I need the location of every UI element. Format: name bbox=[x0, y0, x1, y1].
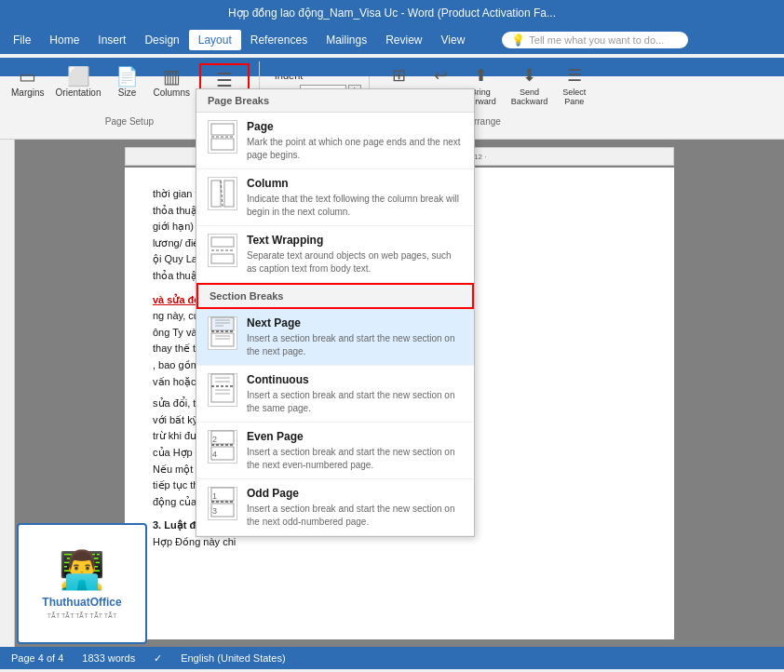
svg-rect-14 bbox=[211, 333, 234, 346]
language: English (United States) bbox=[181, 652, 286, 664]
svg-rect-6 bbox=[211, 237, 234, 247]
title-text: Hợp đồng lao động_Nam_Visa Uc - Word (Pr… bbox=[228, 7, 556, 20]
position-icon: ⊞ bbox=[392, 65, 406, 86]
column-break-icon bbox=[208, 177, 237, 210]
next-page-icon bbox=[208, 316, 237, 350]
svg-rect-8 bbox=[211, 254, 234, 263]
svg-text:4: 4 bbox=[212, 450, 217, 459]
column-break-item[interactable]: Column Indicate that the text following … bbox=[196, 169, 474, 226]
page-break-icon bbox=[208, 120, 237, 154]
svg-text:3: 3 bbox=[212, 506, 217, 516]
page-info: Page 4 of 4 bbox=[11, 652, 63, 664]
page-break-desc: Mark the point at which one page ends an… bbox=[247, 137, 461, 160]
svg-text:2: 2 bbox=[212, 435, 217, 444]
text-wrap-item[interactable]: Text Wrapping Separate text around objec… bbox=[196, 226, 474, 283]
bring-forward-icon: ⬆ bbox=[474, 65, 488, 86]
menu-mailings[interactable]: Mailings bbox=[317, 30, 376, 50]
logo-subtext: TẮT TẮT TẮT TẮT TẮT bbox=[47, 612, 117, 620]
menu-file[interactable]: File bbox=[4, 30, 40, 50]
columns-icon: ▥ bbox=[163, 65, 181, 87]
orientation-button[interactable]: ⬜ Orientation bbox=[52, 61, 105, 109]
margins-label: Margins bbox=[11, 87, 45, 98]
menu-insert[interactable]: Insert bbox=[88, 30, 135, 50]
svg-rect-4 bbox=[224, 181, 234, 207]
next-page-item[interactable]: Next Page Insert a section break and sta… bbox=[196, 309, 474, 366]
column-break-name: Column bbox=[247, 177, 463, 190]
even-page-name: Even Page bbox=[247, 430, 463, 443]
search-icon: 💡 bbox=[511, 34, 525, 47]
even-page-item[interactable]: 2 4 Even Page Insert a section break and… bbox=[196, 423, 474, 479]
svg-rect-9 bbox=[211, 317, 234, 330]
margins-button[interactable]: ▭ Margins bbox=[7, 61, 48, 109]
text-wrap-text: Text Wrapping Separate text around objec… bbox=[247, 234, 463, 275]
send-backward-icon: ⬇ bbox=[522, 65, 536, 86]
page-break-name: Page bbox=[247, 120, 463, 133]
logo-name: ThuthuatOffice bbox=[42, 596, 121, 609]
svg-rect-0 bbox=[211, 124, 234, 135]
menu-view[interactable]: View bbox=[432, 30, 475, 50]
odd-page-desc: Insert a section break and start the new… bbox=[247, 504, 454, 527]
odd-page-item[interactable]: 1 3 Odd Page Insert a section break and … bbox=[196, 479, 474, 536]
page-break-text: Page Mark the point at which one page en… bbox=[247, 120, 463, 161]
send-backward-button[interactable]: ⬇ SendBackward bbox=[506, 61, 554, 110]
page-break-item[interactable]: Page Mark the point at which one page en… bbox=[196, 113, 474, 169]
columns-button[interactable]: ▥ Columns bbox=[150, 61, 194, 109]
next-page-name: Next Page bbox=[247, 316, 463, 329]
orientation-label: Orientation bbox=[56, 87, 101, 98]
text-wrap-name: Text Wrapping bbox=[247, 234, 463, 247]
title-bar: Hợp đồng lao động_Nam_Visa Uc - Word (Pr… bbox=[0, 0, 784, 26]
select-pane-label: SelectPane bbox=[562, 87, 586, 106]
size-label: Size bbox=[118, 87, 136, 98]
odd-page-text: Odd Page Insert a section break and star… bbox=[247, 487, 463, 528]
even-page-desc: Insert a section break and start the new… bbox=[247, 447, 454, 470]
svg-text:1: 1 bbox=[212, 491, 217, 501]
odd-page-name: Odd Page bbox=[247, 487, 463, 500]
word-count: 1833 words bbox=[82, 652, 135, 664]
page-breaks-title: Page Breaks bbox=[196, 89, 474, 113]
continuous-desc: Insert a section break and start the new… bbox=[247, 390, 454, 413]
select-pane-icon: ☰ bbox=[567, 65, 582, 86]
menu-layout[interactable]: Layout bbox=[189, 30, 241, 50]
left-ruler bbox=[0, 140, 15, 647]
select-pane-button[interactable]: ☰ SelectPane bbox=[557, 61, 591, 110]
svg-rect-2 bbox=[211, 139, 234, 150]
column-break-text: Column Indicate that the text following … bbox=[247, 177, 463, 218]
even-page-icon: 2 4 bbox=[208, 430, 237, 464]
next-page-desc: Insert a section break and start the new… bbox=[247, 333, 454, 356]
columns-label: Columns bbox=[154, 87, 190, 98]
even-page-text: Even Page Insert a section break and sta… bbox=[247, 430, 463, 471]
status-bar: Page 4 of 4 1833 words ✓ English (United… bbox=[0, 647, 784, 669]
margins-icon: ▭ bbox=[19, 65, 36, 87]
next-page-text: Next Page Insert a section break and sta… bbox=[247, 316, 463, 357]
page-setup-label: Page Setup bbox=[105, 116, 154, 127]
odd-page-icon: 1 3 bbox=[208, 487, 237, 520]
send-backward-label: SendBackward bbox=[511, 87, 548, 106]
size-button[interactable]: 📄 Size bbox=[109, 61, 146, 109]
column-break-desc: Indicate that the text following the col… bbox=[247, 194, 459, 217]
menu-design[interactable]: Design bbox=[135, 30, 188, 50]
section-breaks-title: Section Breaks bbox=[196, 283, 474, 309]
continuous-icon bbox=[208, 373, 237, 407]
menu-home[interactable]: Home bbox=[40, 30, 88, 50]
text-wrap-desc: Separate text around objects on web page… bbox=[247, 250, 452, 274]
svg-rect-3 bbox=[211, 181, 221, 207]
menu-review[interactable]: Review bbox=[376, 30, 431, 50]
continuous-name: Continuous bbox=[247, 373, 463, 386]
orientation-icon: ⬜ bbox=[67, 65, 90, 87]
continuous-item[interactable]: Continuous Insert a section break and st… bbox=[196, 366, 474, 423]
logo-figure: 👨‍💻 bbox=[59, 548, 105, 592]
text-wrap-icon bbox=[208, 234, 237, 267]
logo-area: 👨‍💻 ThuthuatOffice TẮT TẮT TẮT TẮT TẮT bbox=[17, 523, 147, 644]
doc-check-icon: ✓ bbox=[154, 652, 162, 665]
continuous-text: Continuous Insert a section break and st… bbox=[247, 373, 463, 414]
breaks-dropdown: Page Breaks Page Mark the point at which… bbox=[196, 88, 475, 537]
size-icon: 📄 bbox=[115, 65, 139, 87]
menu-references[interactable]: References bbox=[241, 30, 317, 50]
search-box[interactable]: 💡 Tell me what you want to do... bbox=[502, 32, 688, 48]
wrap-text-icon: ↩ bbox=[434, 65, 448, 86]
menu-bar: File Home Insert Design Layout Reference… bbox=[0, 26, 784, 54]
search-placeholder: Tell me what you want to do... bbox=[529, 34, 664, 46]
